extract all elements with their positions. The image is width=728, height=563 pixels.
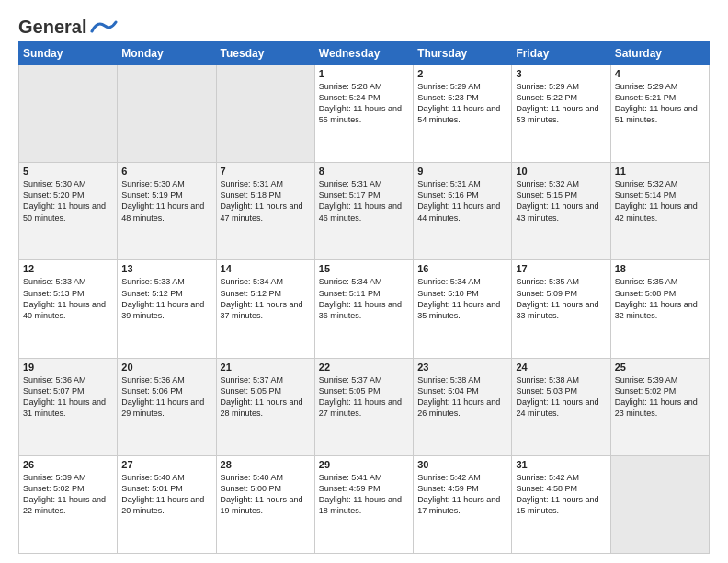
- day-info: Sunrise: 5:29 AMSunset: 5:23 PMDaylight:…: [417, 81, 507, 126]
- day-cell: 26Sunrise: 5:39 AMSunset: 5:02 PMDayligh…: [19, 455, 118, 553]
- day-cell: 11Sunrise: 5:32 AMSunset: 5:14 PMDayligh…: [610, 163, 709, 260]
- day-number: 27: [121, 459, 211, 470]
- day-info: Sunrise: 5:42 AMSunset: 4:58 PMDaylight:…: [516, 472, 606, 517]
- day-cell: 5Sunrise: 5:30 AMSunset: 5:20 PMDaylight…: [19, 163, 118, 260]
- day-info: Sunrise: 5:34 AMSunset: 5:12 PMDaylight:…: [221, 276, 311, 321]
- header: General: [18, 17, 710, 34]
- day-number: 28: [221, 459, 311, 470]
- day-cell: 20Sunrise: 5:36 AMSunset: 5:06 PMDayligh…: [118, 358, 216, 455]
- day-number: 19: [23, 362, 113, 373]
- day-info: Sunrise: 5:34 AMSunset: 5:10 PMDaylight:…: [417, 276, 507, 321]
- day-info: Sunrise: 5:31 AMSunset: 5:17 PMDaylight:…: [319, 178, 409, 224]
- logo-icon: [88, 18, 118, 37]
- day-cell: 29Sunrise: 5:41 AMSunset: 4:59 PMDayligh…: [314, 455, 413, 553]
- day-number: 26: [23, 459, 113, 470]
- day-cell: 14Sunrise: 5:34 AMSunset: 5:12 PMDayligh…: [216, 260, 314, 358]
- day-info: Sunrise: 5:35 AMSunset: 5:09 PMDaylight:…: [516, 276, 606, 321]
- day-cell: 27Sunrise: 5:40 AMSunset: 5:01 PMDayligh…: [118, 455, 216, 553]
- header-row: SundayMondayTuesdayWednesdayThursdayFrid…: [19, 42, 710, 65]
- day-number: 8: [319, 166, 409, 177]
- day-info: Sunrise: 5:30 AMSunset: 5:20 PMDaylight:…: [23, 178, 113, 224]
- day-cell: [118, 65, 216, 163]
- day-info: Sunrise: 5:38 AMSunset: 5:04 PMDaylight:…: [417, 374, 507, 419]
- day-info: Sunrise: 5:39 AMSunset: 5:02 PMDaylight:…: [23, 472, 113, 517]
- calendar-body: 1Sunrise: 5:28 AMSunset: 5:24 PMDaylight…: [19, 65, 710, 554]
- day-cell: [216, 65, 314, 163]
- day-cell: 18Sunrise: 5:35 AMSunset: 5:08 PMDayligh…: [610, 260, 709, 358]
- day-info: Sunrise: 5:34 AMSunset: 5:11 PMDaylight:…: [319, 276, 409, 321]
- header-cell-thursday: Thursday: [414, 42, 512, 65]
- day-number: 10: [516, 166, 606, 177]
- day-number: 4: [615, 68, 705, 79]
- day-info: Sunrise: 5:32 AMSunset: 5:14 PMDaylight:…: [615, 178, 705, 224]
- day-cell: 28Sunrise: 5:40 AMSunset: 5:00 PMDayligh…: [216, 455, 314, 553]
- day-info: Sunrise: 5:29 AMSunset: 5:22 PMDaylight:…: [516, 81, 606, 126]
- day-number: 25: [615, 362, 705, 373]
- header-cell-monday: Monday: [118, 42, 216, 65]
- week-row-1: 1Sunrise: 5:28 AMSunset: 5:24 PMDaylight…: [19, 65, 710, 163]
- day-number: 13: [121, 263, 211, 274]
- day-info: Sunrise: 5:37 AMSunset: 5:05 PMDaylight:…: [221, 374, 311, 419]
- day-info: Sunrise: 5:33 AMSunset: 5:12 PMDaylight:…: [121, 276, 211, 321]
- day-number: 31: [516, 459, 606, 470]
- day-cell: 22Sunrise: 5:37 AMSunset: 5:05 PMDayligh…: [314, 358, 413, 455]
- day-cell: 3Sunrise: 5:29 AMSunset: 5:22 PMDaylight…: [512, 65, 610, 163]
- day-number: 21: [221, 362, 311, 373]
- day-cell: 15Sunrise: 5:34 AMSunset: 5:11 PMDayligh…: [314, 260, 413, 358]
- day-number: 17: [516, 263, 606, 274]
- page: General SundayMondayTuesdayWednesdayThur…: [0, 0, 728, 563]
- day-info: Sunrise: 5:40 AMSunset: 5:00 PMDaylight:…: [221, 472, 311, 517]
- day-number: 30: [417, 459, 507, 470]
- day-cell: 16Sunrise: 5:34 AMSunset: 5:10 PMDayligh…: [414, 260, 512, 358]
- day-cell: 7Sunrise: 5:31 AMSunset: 5:18 PMDaylight…: [216, 163, 314, 260]
- day-info: Sunrise: 5:37 AMSunset: 5:05 PMDaylight:…: [319, 374, 409, 419]
- day-cell: 8Sunrise: 5:31 AMSunset: 5:17 PMDaylight…: [314, 163, 413, 260]
- logo-general: General: [18, 17, 86, 38]
- header-cell-sunday: Sunday: [19, 42, 118, 65]
- day-number: 23: [417, 362, 507, 373]
- day-number: 24: [516, 362, 606, 373]
- header-cell-friday: Friday: [512, 42, 610, 65]
- week-row-2: 5Sunrise: 5:30 AMSunset: 5:20 PMDaylight…: [19, 163, 710, 260]
- day-info: Sunrise: 5:28 AMSunset: 5:24 PMDaylight:…: [319, 81, 409, 126]
- day-cell: 9Sunrise: 5:31 AMSunset: 5:16 PMDaylight…: [414, 163, 512, 260]
- day-number: 29: [319, 459, 409, 470]
- day-info: Sunrise: 5:36 AMSunset: 5:07 PMDaylight:…: [23, 374, 113, 419]
- calendar-header: SundayMondayTuesdayWednesdayThursdayFrid…: [19, 42, 710, 65]
- day-cell: 4Sunrise: 5:29 AMSunset: 5:21 PMDaylight…: [610, 65, 709, 163]
- day-info: Sunrise: 5:31 AMSunset: 5:18 PMDaylight:…: [221, 178, 311, 224]
- day-cell: 12Sunrise: 5:33 AMSunset: 5:13 PMDayligh…: [19, 260, 118, 358]
- day-cell: 2Sunrise: 5:29 AMSunset: 5:23 PMDaylight…: [414, 65, 512, 163]
- day-cell: 30Sunrise: 5:42 AMSunset: 4:59 PMDayligh…: [414, 455, 512, 553]
- day-cell: 23Sunrise: 5:38 AMSunset: 5:04 PMDayligh…: [414, 358, 512, 455]
- header-cell-saturday: Saturday: [610, 42, 709, 65]
- day-cell: 13Sunrise: 5:33 AMSunset: 5:12 PMDayligh…: [118, 260, 216, 358]
- day-number: 6: [121, 166, 211, 177]
- day-cell: 25Sunrise: 5:39 AMSunset: 5:02 PMDayligh…: [610, 358, 709, 455]
- day-number: 22: [319, 362, 409, 373]
- day-info: Sunrise: 5:32 AMSunset: 5:15 PMDaylight:…: [516, 178, 606, 224]
- week-row-5: 26Sunrise: 5:39 AMSunset: 5:02 PMDayligh…: [19, 455, 710, 553]
- day-cell: [610, 455, 709, 553]
- day-number: 12: [23, 263, 113, 274]
- day-cell: 1Sunrise: 5:28 AMSunset: 5:24 PMDaylight…: [314, 65, 413, 163]
- day-info: Sunrise: 5:42 AMSunset: 4:59 PMDaylight:…: [417, 472, 507, 517]
- day-cell: 17Sunrise: 5:35 AMSunset: 5:09 PMDayligh…: [512, 260, 610, 358]
- logo: General: [18, 17, 118, 34]
- header-cell-wednesday: Wednesday: [314, 42, 413, 65]
- day-cell: 24Sunrise: 5:38 AMSunset: 5:03 PMDayligh…: [512, 358, 610, 455]
- day-info: Sunrise: 5:41 AMSunset: 4:59 PMDaylight:…: [319, 472, 409, 517]
- day-number: 18: [615, 263, 705, 274]
- day-number: 9: [417, 166, 507, 177]
- day-cell: 21Sunrise: 5:37 AMSunset: 5:05 PMDayligh…: [216, 358, 314, 455]
- day-cell: 31Sunrise: 5:42 AMSunset: 4:58 PMDayligh…: [512, 455, 610, 553]
- day-info: Sunrise: 5:30 AMSunset: 5:19 PMDaylight:…: [121, 178, 211, 224]
- day-info: Sunrise: 5:35 AMSunset: 5:08 PMDaylight:…: [615, 276, 705, 321]
- week-row-4: 19Sunrise: 5:36 AMSunset: 5:07 PMDayligh…: [19, 358, 710, 455]
- day-number: 7: [221, 166, 311, 177]
- day-cell: [19, 65, 118, 163]
- day-number: 20: [121, 362, 211, 373]
- day-info: Sunrise: 5:38 AMSunset: 5:03 PMDaylight:…: [516, 374, 606, 419]
- header-cell-tuesday: Tuesday: [216, 42, 314, 65]
- day-cell: 10Sunrise: 5:32 AMSunset: 5:15 PMDayligh…: [512, 163, 610, 260]
